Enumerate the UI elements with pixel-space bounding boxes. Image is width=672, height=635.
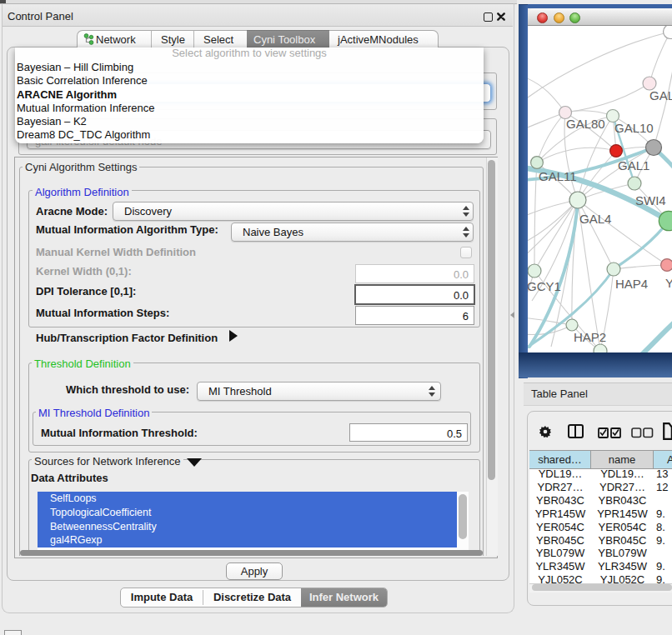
svg-text:SWI4: SWI4	[635, 193, 666, 208]
svg-text:GAL4: GAL4	[579, 212, 611, 226]
svg-text:YD: YD	[665, 276, 672, 290]
svg-text:HAP4: HAP4	[615, 277, 648, 291]
svg-text:GCY1: GCY1	[528, 279, 561, 293]
svg-text:GAL10: GAL10	[614, 121, 654, 135]
svg-text:HAP2: HAP2	[574, 330, 606, 344]
svg-text:GAL80: GAL80	[566, 117, 605, 131]
svg-text:GAL1: GAL1	[618, 158, 649, 172]
svg-text:GAL11: GAL11	[539, 169, 577, 183]
svg-text:GAL2: GAL2	[649, 88, 672, 102]
